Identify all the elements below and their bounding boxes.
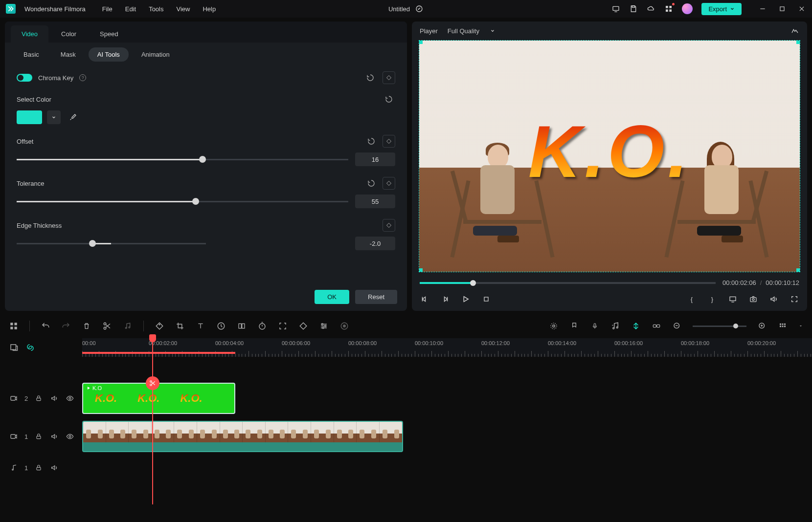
snapshot-icon[interactable] [748,294,758,304]
crop-icon[interactable] [175,321,185,331]
tab-video[interactable]: Video [11,25,48,43]
subtab-basic[interactable]: Basic [15,47,48,62]
offset-slider[interactable] [17,159,348,160]
music-icon[interactable] [123,321,133,331]
mute-icon[interactable] [49,432,59,441]
adjust-icon[interactable] [319,321,329,331]
quality-dropdown[interactable]: Full Quality [448,27,495,35]
next-frame-icon[interactable] [440,294,450,304]
track-view-dropdown[interactable] [798,321,803,331]
player-scrubber[interactable] [420,282,716,284]
marker-icon[interactable] [569,321,579,331]
keyframe-tolerance-icon[interactable] [383,177,395,190]
fullscreen-icon[interactable] [789,294,799,304]
keyframe-diamond-icon[interactable] [383,71,395,84]
transform-handle[interactable] [796,40,800,44]
tolerance-slider[interactable] [17,201,348,202]
monitor-icon[interactable] [611,4,620,13]
ok-button[interactable]: OK [315,290,349,304]
user-avatar[interactable] [682,3,693,14]
audio-mix-icon[interactable] [610,321,620,331]
volume-icon[interactable] [769,294,779,304]
clip-ko[interactable]: K.O K.O. K.O. K.O. [82,383,235,414]
color-match-icon[interactable] [237,321,247,331]
mute-icon[interactable] [49,393,59,403]
auto-reframe-icon[interactable] [25,343,35,352]
subtab-animation[interactable]: Animation [133,47,179,62]
timeline-ruler[interactable]: 00:0000:00:02:0000:00:04:0000:00:06:0000… [82,338,812,357]
tab-color[interactable]: Color [50,25,87,43]
timer-icon[interactable] [257,321,267,331]
delete-icon[interactable] [82,321,91,331]
transform-handle[interactable] [419,40,423,44]
record-icon[interactable] [339,321,349,331]
transform-handle[interactable] [796,268,800,272]
apps-icon[interactable] [664,4,673,13]
reset-section-icon[interactable] [364,71,377,84]
window-maximize[interactable] [778,4,787,13]
keyframe-tool-icon[interactable] [298,321,308,331]
snap-icon[interactable] [631,321,641,331]
transform-handle[interactable] [419,268,423,272]
speed-icon[interactable] [216,321,226,331]
playhead[interactable] [152,338,153,504]
reset-button[interactable]: Reset [355,290,397,304]
reset-offset-icon[interactable] [365,135,378,148]
export-button[interactable]: Export [701,3,742,15]
color-dropdown[interactable] [47,110,61,124]
work-region[interactable] [82,352,235,354]
scope-icon[interactable] [790,26,799,35]
menu-help[interactable]: Help [203,5,216,13]
visibility-icon[interactable] [65,432,75,441]
tag-icon[interactable] [155,321,164,331]
save-icon[interactable] [629,4,638,13]
track-view-icon[interactable] [778,321,788,331]
add-track-icon[interactable] [9,343,19,352]
text-icon[interactable] [196,321,205,331]
zoom-slider[interactable] [693,326,746,327]
window-minimize[interactable] [758,4,767,13]
play-icon[interactable] [461,294,471,304]
subtab-ai-tools[interactable]: AI Tools [89,47,129,62]
mark-out-icon[interactable]: } [707,294,717,304]
zoom-in-icon[interactable] [757,321,767,331]
reset-tolerance-icon[interactable] [365,177,378,190]
zoom-out-icon[interactable] [672,321,682,331]
preview-viewport[interactable]: K.O. [419,40,800,272]
auto-ripple-icon[interactable] [549,321,559,331]
subtab-mask[interactable]: Mask [52,47,85,62]
edge-value[interactable]: -2.0 [355,237,395,250]
menu-file[interactable]: File [102,5,113,13]
color-swatch[interactable] [17,110,42,124]
redo-icon[interactable] [61,321,71,331]
prev-frame-icon[interactable] [420,294,429,304]
lock-icon[interactable] [34,393,44,403]
cloud-sync-icon[interactable] [415,4,424,13]
focus-icon[interactable] [278,321,288,331]
menu-tools[interactable]: Tools [149,5,163,13]
mark-in-icon[interactable]: { [687,294,697,304]
keyframe-offset-icon[interactable] [383,135,395,148]
link-icon[interactable] [652,321,661,331]
help-icon[interactable]: ? [79,74,86,81]
lock-icon[interactable] [34,463,44,473]
layout-grid-icon[interactable] [9,321,19,331]
menu-view[interactable]: View [176,5,190,13]
reset-color-icon[interactable] [383,93,395,106]
voiceover-icon[interactable] [590,321,600,331]
mute-icon[interactable] [49,463,59,473]
offset-value[interactable]: 16 [355,152,395,166]
visibility-icon[interactable] [65,393,75,403]
display-icon[interactable] [728,294,738,304]
undo-icon[interactable] [41,321,50,331]
clip-video[interactable]: unnamed [82,421,403,452]
window-close[interactable] [797,4,806,13]
keyframe-edge-icon[interactable] [383,219,395,232]
lock-icon[interactable] [34,432,44,441]
chroma-key-toggle[interactable] [17,74,32,82]
edge-slider[interactable] [17,243,206,244]
split-icon[interactable] [102,321,112,331]
cloud-icon[interactable] [647,4,655,13]
menu-edit[interactable]: Edit [125,5,136,13]
stop-icon[interactable] [481,294,491,304]
